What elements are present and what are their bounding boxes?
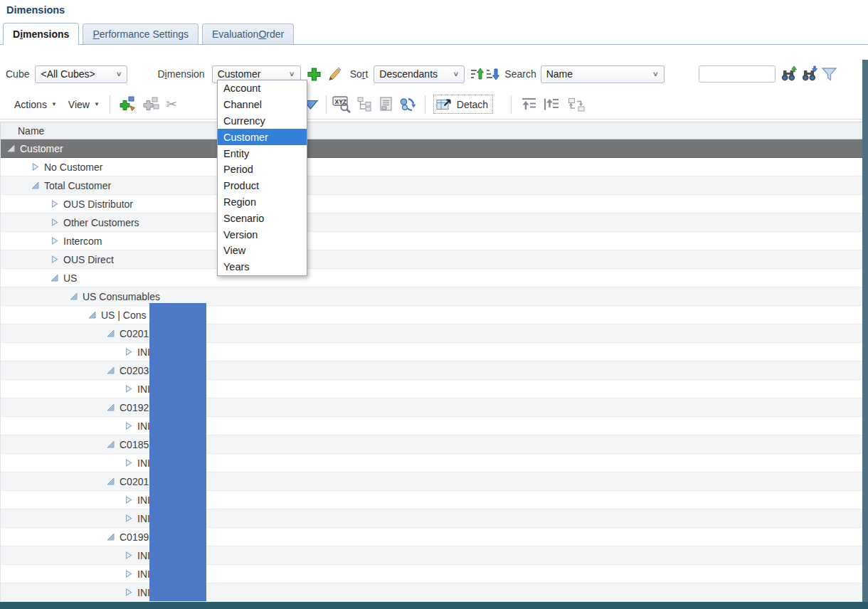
toolbar-separator	[425, 95, 425, 114]
tree-row[interactable]: INI	[1, 417, 862, 435]
tree-row[interactable]: INI	[1, 380, 862, 398]
view-menu-button[interactable]: View ▼	[68, 99, 100, 110]
properties-icon[interactable]	[378, 96, 394, 112]
expand-toggle-icon[interactable]	[124, 385, 132, 393]
tree-row[interactable]: Other Customers	[1, 213, 862, 232]
tree-row[interactable]: INI	[1, 565, 862, 583]
cut-icon[interactable]: ✂	[166, 96, 177, 112]
expand-toggle-icon[interactable]	[50, 218, 58, 226]
tree-row[interactable]: INI	[1, 509, 862, 528]
expand-toggle-icon[interactable]	[124, 570, 132, 578]
add-icon[interactable]	[307, 67, 322, 82]
detach-button[interactable]: Detach	[434, 95, 492, 113]
collapse-toggle-icon[interactable]	[6, 144, 15, 152]
expand-toggle-icon[interactable]	[124, 588, 132, 596]
go-to-top-icon[interactable]	[520, 97, 538, 112]
dropdown-item-currency[interactable]: Currency	[218, 113, 307, 129]
collapse-toggle-icon[interactable]	[106, 477, 115, 485]
tree-node-label: US | Cons	[101, 309, 147, 321]
tree-row[interactable]: INI	[1, 491, 862, 509]
dropdown-item-scenario[interactable]: Scenario	[218, 210, 307, 226]
tree-row[interactable]: INI	[1, 454, 862, 472]
refresh-icon[interactable]	[398, 96, 416, 112]
tree-row[interactable]: INI	[1, 546, 862, 565]
expand-toggle-icon[interactable]	[124, 496, 132, 504]
dropdown-item-region[interactable]: Region	[218, 194, 307, 211]
cube-label: Cube	[6, 68, 29, 80]
tree-row[interactable]: C0185	[1, 435, 862, 454]
chevron-down-icon: ∨	[116, 70, 122, 78]
collapse-toggle-icon[interactable]	[69, 292, 78, 300]
dropdown-item-customer[interactable]: Customer	[218, 129, 307, 145]
expand-toggle-icon[interactable]	[124, 459, 132, 467]
expand-toggle-icon[interactable]	[50, 255, 58, 263]
dropdown-item-account[interactable]: Account	[218, 80, 307, 97]
sort-ascending-icon[interactable]	[470, 67, 485, 81]
search-up-binoculars-icon[interactable]	[780, 65, 798, 83]
tree-row[interactable]: Total Customer	[1, 176, 862, 195]
edit-pencil-icon[interactable]	[325, 66, 342, 83]
tree-node-label: INI	[137, 457, 150, 469]
dropdown-item-channel[interactable]: Channel	[218, 97, 307, 113]
tree-row[interactable]: C0201	[1, 472, 862, 491]
tree-row[interactable]: OUS Distributor	[1, 195, 862, 213]
expand-toggle-icon[interactable]	[50, 237, 58, 245]
tab-dimensions[interactable]: Dimensions	[3, 23, 79, 45]
tree-row[interactable]: OUS Direct	[1, 250, 862, 269]
tree-row[interactable]: INI	[1, 343, 862, 361]
add-child-icon[interactable]	[119, 96, 137, 112]
collapse-toggle-icon[interactable]	[106, 403, 115, 411]
tree-row[interactable]: US	[1, 269, 862, 287]
collapse-toggle-icon[interactable]	[106, 533, 115, 541]
dropdown-item-period[interactable]: Period	[218, 161, 307, 178]
cube-select[interactable]: <All Cubes> ∨	[35, 65, 127, 83]
filter-funnel-icon[interactable]	[821, 67, 837, 82]
dropdown-item-entity[interactable]: Entity	[218, 145, 307, 161]
tree-column-header-name[interactable]: Name	[0, 122, 862, 139]
dropdown-item-version[interactable]: Version	[218, 226, 307, 243]
collapse-toggle-icon[interactable]	[106, 440, 115, 448]
tree-row[interactable]: US | Cons	[1, 306, 862, 324]
tree-row[interactable]: INI	[1, 583, 862, 602]
tree-row[interactable]: C0201	[1, 324, 862, 343]
expand-toggle-icon[interactable]	[124, 551, 132, 559]
tree-node-label: INI	[137, 420, 150, 432]
tab-evaluation-order[interactable]: Evaluation Order	[202, 23, 294, 44]
search-field-select[interactable]: Name ∨	[541, 65, 665, 83]
expand-toggle-icon[interactable]	[124, 514, 132, 522]
actions-menu-button[interactable]: Actions ▼	[14, 99, 57, 110]
tree-row[interactable]: No Customer	[1, 158, 862, 176]
dropdown-item-view[interactable]: View	[218, 243, 307, 259]
expand-toggle-icon[interactable]	[124, 348, 132, 356]
tree-node-label: INI	[137, 494, 150, 506]
tree-row[interactable]: Customer	[1, 139, 862, 158]
detach-icon	[436, 97, 452, 112]
hierarchy-icon[interactable]	[356, 96, 374, 112]
expand-toggle-icon[interactable]	[124, 422, 132, 430]
member-formula-xyz-icon[interactable]: XYZ	[332, 95, 351, 113]
collapse-toggle-icon[interactable]	[50, 274, 58, 282]
tree-row[interactable]: C0199	[1, 528, 862, 546]
search-input[interactable]	[699, 65, 776, 83]
collapse-toggle-icon[interactable]	[106, 366, 115, 374]
toolbar-separator	[511, 95, 512, 114]
go-up-level-icon[interactable]	[543, 97, 561, 112]
expand-toggle-icon[interactable]	[31, 163, 39, 171]
sort-select[interactable]: Descendants ∨	[374, 65, 465, 83]
tree-node-label: C0192	[120, 402, 149, 413]
collapse-toggle-icon[interactable]	[88, 311, 96, 319]
collapse-toggle-icon[interactable]	[31, 181, 39, 189]
tree-row[interactable]: US Consumables	[1, 287, 862, 306]
tree-row[interactable]: C0192	[1, 398, 862, 417]
tab-performance-settings[interactable]: Performance Settings	[83, 23, 199, 44]
dropdown-item-product[interactable]: Product	[218, 178, 307, 194]
search-down-binoculars-icon[interactable]	[800, 65, 818, 83]
collapse-toggle-icon[interactable]	[106, 329, 115, 337]
expand-toggle-icon[interactable]	[50, 200, 58, 208]
sort-descending-icon[interactable]	[486, 67, 500, 81]
add-sibling-icon[interactable]	[142, 96, 160, 112]
tree-row[interactable]: Intercom	[1, 232, 862, 250]
dropdown-item-years[interactable]: Years	[218, 259, 307, 275]
restructure-icon[interactable]	[567, 97, 586, 112]
tree-row[interactable]: C0203	[1, 361, 862, 380]
